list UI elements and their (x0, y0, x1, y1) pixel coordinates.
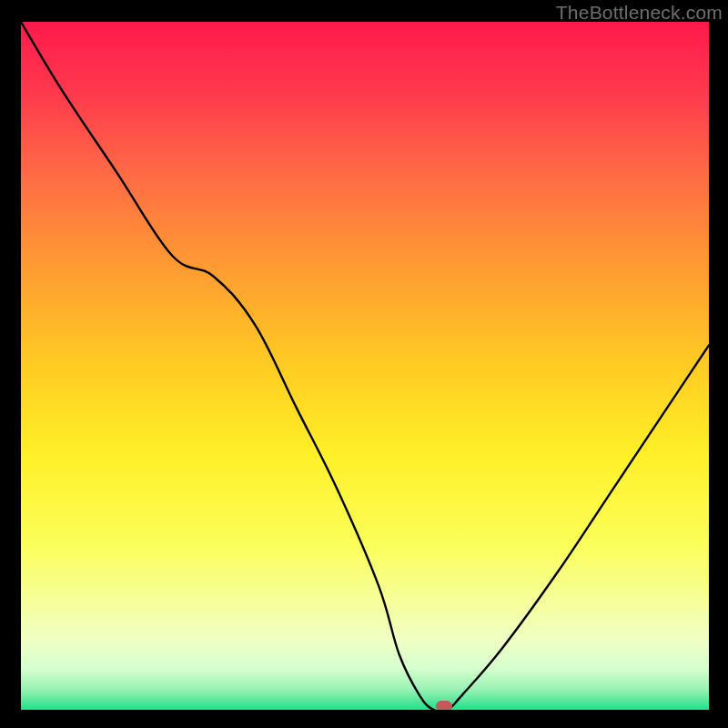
watermark-text: TheBottleneck.com (556, 2, 723, 24)
chart-frame: TheBottleneck.com (0, 0, 728, 728)
optimal-marker (436, 701, 452, 710)
bottleneck-curve (21, 22, 709, 710)
plot-area (21, 22, 709, 710)
